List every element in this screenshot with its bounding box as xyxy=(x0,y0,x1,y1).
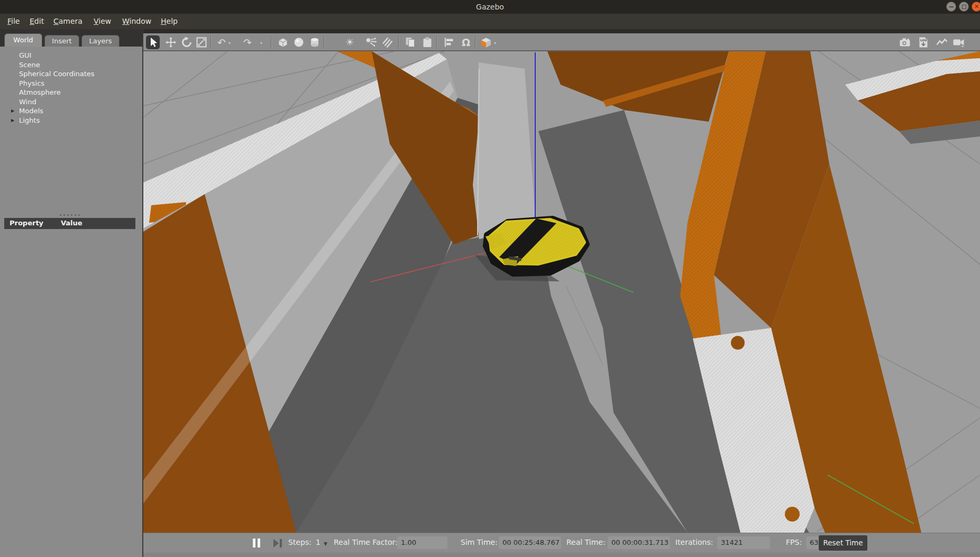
translate-icon[interactable] xyxy=(164,35,178,49)
title-bar: Gazebo ✕ xyxy=(0,0,980,14)
real-time-field[interactable]: 00 00:00:31.713 xyxy=(608,536,670,549)
undo-dropdown-icon[interactable]: ▾ xyxy=(228,41,231,45)
window-bottom-edge xyxy=(143,553,980,557)
steps-label: Steps: xyxy=(288,538,312,546)
pause-button[interactable] xyxy=(253,538,262,547)
real-time-label: Real Time: xyxy=(566,538,606,546)
scene-canvas xyxy=(143,51,980,533)
minimize-icon xyxy=(949,6,954,7)
toolbar-separator xyxy=(475,35,476,49)
menu-camera[interactable]: Camera xyxy=(51,14,85,29)
iterations-field[interactable]: 31421 xyxy=(717,536,770,549)
sim-time-label: Sim Time: xyxy=(461,538,498,546)
box-icon[interactable] xyxy=(276,35,290,49)
expand-arrow-icon[interactable]: ▶ xyxy=(11,116,14,125)
tree-item-models[interactable]: ▶Models xyxy=(0,106,142,116)
rotate-icon[interactable] xyxy=(180,35,194,49)
minimize-button[interactable] xyxy=(946,2,956,12)
point-light-icon[interactable]: ☀ xyxy=(343,35,356,49)
steps-dropdown-icon[interactable]: ▼ xyxy=(324,541,327,546)
select-arrow-icon[interactable] xyxy=(146,35,160,49)
tree-item-wind[interactable]: Wind xyxy=(0,97,142,107)
panel-tab-row: World Insert Layers xyxy=(0,29,142,47)
value-column-label: Value xyxy=(61,219,83,227)
paste-icon[interactable] xyxy=(420,35,434,49)
close-button[interactable]: ✕ xyxy=(972,2,980,12)
record-video-icon[interactable] xyxy=(952,35,966,49)
tree-item-scene[interactable]: Scene xyxy=(0,60,142,70)
align-icon[interactable] xyxy=(442,35,456,49)
tree-item-gui[interactable]: GUI xyxy=(0,51,142,60)
panel-splitter-handle[interactable] xyxy=(60,214,84,216)
copy-icon[interactable] xyxy=(404,35,417,49)
view-angle-icon[interactable] xyxy=(479,35,493,49)
svg-text:LOG: LOG xyxy=(920,39,927,42)
spot-light-icon[interactable] xyxy=(364,35,378,49)
scale-icon[interactable] xyxy=(195,35,208,49)
sim-time-field[interactable]: 00 00:25:48.767 xyxy=(499,536,561,549)
cylinder-icon[interactable] xyxy=(308,35,322,49)
maximize-button[interactable] xyxy=(959,2,969,12)
tree-item-physics[interactable]: Physics xyxy=(0,79,142,88)
fps-label: FPS: xyxy=(786,538,802,546)
view-angle-dropdown-icon[interactable]: ▾ xyxy=(494,41,496,45)
menu-view[interactable]: View xyxy=(91,14,113,29)
steps-value[interactable]: 1 xyxy=(316,538,320,546)
simulation-status-bar: Steps: 1 ▼ Real Time Factor: 1.00 Sim Ti… xyxy=(143,533,980,553)
left-panel: World Insert Layers GUI Scene Spherical … xyxy=(0,29,143,557)
plot-icon[interactable] xyxy=(935,35,949,49)
directional-light-icon[interactable] xyxy=(381,35,395,49)
world-tree: GUI Scene Spherical Coordinates Physics … xyxy=(0,51,142,125)
render-viewport[interactable] xyxy=(143,51,980,533)
undo-icon[interactable]: ↶ xyxy=(215,35,228,49)
rtf-field[interactable]: 1.00 xyxy=(397,536,447,549)
reset-time-button[interactable]: Reset Time xyxy=(819,535,867,551)
toolbar-separator xyxy=(398,35,399,49)
redo-dropdown-icon[interactable]: ▾ xyxy=(260,41,262,45)
screenshot-icon[interactable] xyxy=(898,35,912,49)
viewport-toolbar: ↶ ▾ ↷ ▾ ☀ Ω ▾ LOG xyxy=(143,33,980,51)
menu-window[interactable]: Window xyxy=(120,14,153,29)
snap-joint-icon[interactable]: Ω xyxy=(459,35,473,49)
window-divider xyxy=(0,29,980,33)
iterations-label: Iterations: xyxy=(675,538,713,546)
property-table-header: Property Value xyxy=(4,218,135,229)
rtf-label: Real Time Factor: xyxy=(334,538,398,546)
property-column-label: Property xyxy=(10,219,43,227)
tab-world[interactable]: World xyxy=(4,33,42,47)
tree-item-lights[interactable]: ▶Lights xyxy=(0,116,142,125)
menu-bar: File Edit Camera View Window Help xyxy=(0,14,980,29)
tab-layers[interactable]: Layers xyxy=(81,35,120,47)
menu-edit[interactable]: Edit xyxy=(28,14,46,29)
tab-insert[interactable]: Insert xyxy=(44,35,79,47)
tree-item-spherical-coordinates[interactable]: Spherical Coordinates xyxy=(0,69,142,79)
step-button[interactable] xyxy=(273,538,283,548)
maximize-icon xyxy=(962,5,966,9)
toolbar-separator xyxy=(324,35,325,49)
toolbar-separator xyxy=(271,35,272,49)
toolbar-separator xyxy=(210,35,212,49)
tree-item-atmosphere[interactable]: Atmosphere xyxy=(0,88,142,97)
menu-help[interactable]: Help xyxy=(159,14,180,29)
expand-arrow-icon[interactable]: ▶ xyxy=(11,106,14,116)
data-logger-icon[interactable]: LOG xyxy=(917,35,930,49)
toolbar-separator xyxy=(436,35,437,49)
menu-file[interactable]: File xyxy=(5,14,22,29)
sphere-icon[interactable] xyxy=(292,35,306,49)
redo-icon[interactable]: ↷ xyxy=(241,35,254,49)
window-title: Gazebo xyxy=(0,0,980,14)
close-icon: ✕ xyxy=(974,4,979,10)
